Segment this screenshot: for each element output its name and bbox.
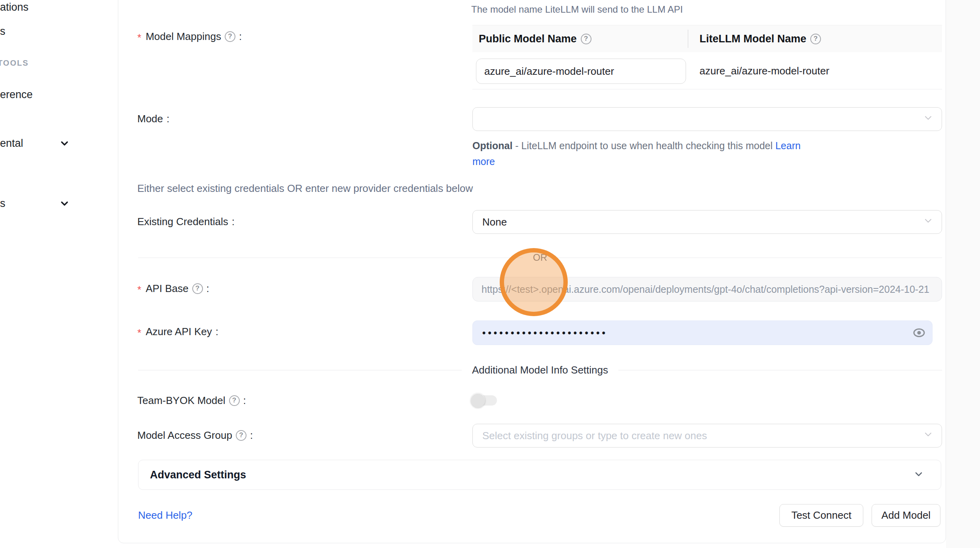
divider-line: [138, 370, 462, 370]
azure-api-key-field: [472, 320, 933, 345]
chevron-down-icon: [923, 216, 933, 228]
sidebar-item-label: s: [0, 197, 6, 210]
help-question-icon[interactable]: [236, 430, 246, 441]
label-colon: [167, 113, 169, 125]
existing-credentials-label: Existing Credentials: [137, 214, 235, 229]
litellm-model-name-header: LiteLLM Model Name: [688, 33, 821, 45]
sidebar-item-label: ental: [0, 137, 23, 150]
model-mapping-row: azure_ai/azure-model-router: [472, 52, 942, 89]
add-model-button[interactable]: Add Model: [872, 504, 940, 527]
label-colon: [232, 216, 235, 228]
help-question-icon[interactable]: [229, 395, 240, 406]
label-colon: [239, 30, 242, 43]
advanced-settings-panel[interactable]: Advanced Settings: [138, 460, 941, 490]
divider-line: [138, 258, 523, 258]
sidebar-item-experimental[interactable]: ental: [0, 135, 118, 151]
sidebar-section-header: TOOLS: [0, 59, 29, 68]
add-model-page: ations s TOOLS erence ental s The model …: [0, 0, 980, 548]
sidebar-item[interactable]: s: [0, 23, 118, 39]
label-colon: [243, 394, 246, 407]
sidebar-item-label: ations: [0, 1, 28, 13]
mode-helper-text: Optional - LiteLLM endpoint to use when …: [472, 138, 803, 169]
credentials-note: Either select existing credentials OR en…: [137, 182, 473, 195]
public-model-name-header: Public Model Name: [472, 30, 688, 48]
click-indicator: [500, 248, 568, 316]
eye-icon[interactable]: [913, 326, 925, 339]
test-connect-button[interactable]: Test Connect: [779, 504, 863, 527]
divider-line: [618, 370, 942, 370]
additional-info-divider: Additional Model Info Settings: [138, 365, 942, 375]
model-mappings-table: Public Model Name LiteLLM Model Name azu…: [472, 25, 942, 89]
team-byok-label: Team-BYOK Model: [137, 393, 246, 408]
azure-api-key-label: * Azure API Key: [137, 324, 218, 339]
help-question-icon[interactable]: [810, 34, 821, 44]
model-access-group-select[interactable]: Select existing groups or type to create…: [472, 424, 942, 448]
divider-line: [557, 258, 942, 258]
existing-credentials-value: None: [482, 216, 507, 228]
sidebar-item-label: erence: [0, 89, 33, 101]
chevron-down-icon: [923, 430, 933, 442]
chevron-down-icon: [913, 468, 924, 481]
chevron-down-icon: [923, 113, 933, 125]
toggle-knob: [471, 393, 485, 408]
help-question-icon[interactable]: [192, 283, 203, 294]
model-access-group-label: Model Access Group: [137, 427, 253, 443]
required-asterisk: *: [137, 327, 141, 339]
existing-credentials-select[interactable]: None: [472, 210, 942, 234]
team-byok-toggle[interactable]: [471, 393, 499, 408]
mode-select[interactable]: [472, 107, 942, 131]
advanced-settings-title: Advanced Settings: [150, 469, 913, 481]
page-background-strip: [946, 0, 980, 548]
help-question-icon[interactable]: [225, 31, 235, 42]
help-question-icon[interactable]: [581, 34, 591, 44]
chevron-down-icon: [59, 198, 70, 211]
sidebar: ations s TOOLS erence ental s: [0, 0, 118, 548]
litellm-model-name-value: azure_ai/azure-model-router: [699, 52, 829, 89]
model-name-helper-text: The model name LiteLLM will send to the …: [471, 4, 683, 15]
label-colon: [207, 283, 209, 295]
required-asterisk: *: [137, 32, 141, 44]
mode-label: Mode: [137, 111, 169, 127]
label-colon: [216, 326, 218, 338]
need-help-link[interactable]: Need Help?: [138, 509, 192, 521]
model-mappings-table-header: Public Model Name LiteLLM Model Name: [472, 25, 942, 52]
sidebar-item-settings[interactable]: s: [0, 195, 118, 211]
required-asterisk: *: [137, 284, 141, 296]
additional-info-divider-text: Additional Model Info Settings: [472, 364, 608, 376]
label-colon: [250, 429, 253, 442]
public-model-name-input[interactable]: [476, 59, 686, 84]
api-base-label: * API Base: [137, 281, 209, 296]
model-access-group-placeholder: Select existing groups or type to create…: [482, 430, 707, 442]
sidebar-item-label: s: [0, 25, 6, 38]
chevron-down-icon: [59, 138, 70, 151]
azure-api-key-input[interactable]: [472, 320, 933, 345]
model-mappings-label: * Model Mappings: [137, 28, 242, 44]
sidebar-item[interactable]: erence: [0, 87, 118, 102]
sidebar-item[interactable]: ations: [0, 0, 118, 15]
